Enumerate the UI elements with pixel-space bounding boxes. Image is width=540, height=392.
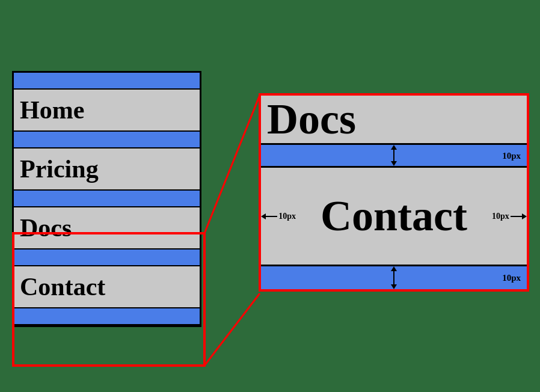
padding-bottom-label: 10px	[502, 273, 521, 283]
nav-item-docs[interactable]: Docs	[14, 207, 200, 250]
left-arrow-line	[266, 216, 277, 217]
zoom-contact-text: Contact	[314, 185, 473, 247]
zoom-blue-top: 10px	[261, 145, 527, 168]
arrow-up2-icon	[391, 266, 397, 271]
nav-separator-2	[14, 191, 200, 207]
right-arrow-line	[511, 216, 522, 217]
padding-right-label: 10px	[492, 212, 509, 221]
arrow-down2-icon	[391, 284, 397, 289]
zoom-box: Docs 10px 10px Contact 10px	[259, 93, 529, 292]
svg-line-1	[204, 95, 260, 233]
nav-item-home[interactable]: Home	[14, 90, 200, 132]
zoom-contact-row: 10px Contact 10px	[261, 168, 527, 266]
zoom-panel: Docs 10px 10px Contact 10px	[259, 93, 529, 292]
bottom-arrow-container	[391, 266, 397, 289]
padding-left-label: 10px	[278, 212, 296, 221]
nav-separator-3	[14, 250, 200, 266]
nav-panel: Home Pricing Docs Contact	[12, 71, 201, 327]
nav-item-pricing[interactable]: Pricing	[14, 149, 200, 191]
arrow-right-icon	[522, 213, 527, 219]
arrow-line-v	[393, 150, 394, 161]
arrow-left-icon	[261, 213, 266, 219]
nav-separator-1	[14, 132, 200, 149]
nav-item-contact[interactable]: Contact	[14, 266, 200, 308]
left-padding-annotation: 10px	[261, 210, 297, 222]
arrow-line-v2	[393, 271, 394, 284]
svg-line-2	[204, 293, 260, 366]
nav-bottom-bar	[14, 308, 200, 325]
zoom-blue-bottom: 10px	[261, 266, 527, 289]
right-padding-annotation: 10px	[491, 210, 527, 222]
arrow-down-icon	[391, 161, 397, 166]
padding-top-label: 10px	[502, 150, 521, 161]
zoom-docs-label: Docs	[261, 96, 527, 145]
nav-top-bar	[14, 73, 200, 90]
arrow-up-icon	[391, 145, 397, 150]
